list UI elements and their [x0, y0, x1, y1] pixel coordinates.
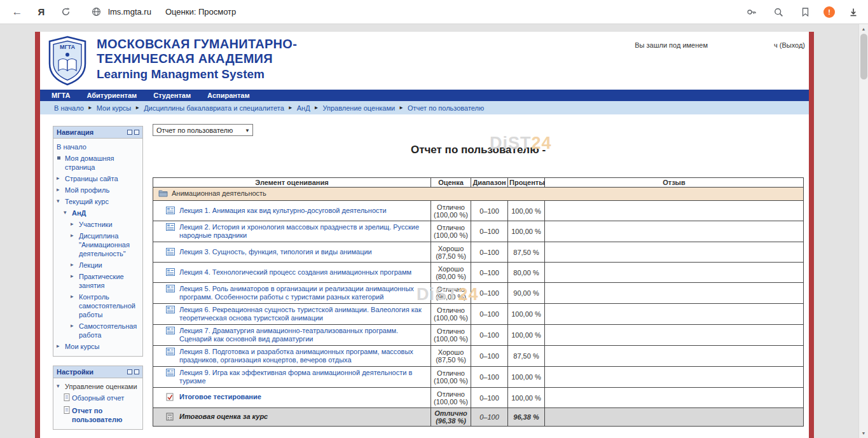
grade-cell: Отлично(100,00 %) [431, 325, 471, 346]
grade-percent-label: (100,00 %) [432, 377, 469, 385]
bookmark-icon[interactable] [797, 4, 813, 20]
grade-item-row: Лекция 1. Анимация как вид культурно-дос… [153, 201, 804, 221]
navbar-item[interactable]: Студентам [153, 92, 191, 99]
percent-cell: 100,00 % [508, 304, 545, 325]
feedback-cell [545, 408, 804, 427]
category-row: Анимационная деятельность [153, 188, 804, 201]
navbar-item[interactable]: Аспирантам [207, 92, 249, 99]
expanded-triangle-icon: ▾ [64, 209, 72, 217]
grade-item-link[interactable]: Лекция 6. Рекреационная сущность туристс… [179, 306, 428, 322]
item-name-cell: Лекция 2. История и хронология массовых … [153, 221, 431, 242]
browser-chrome: ← Я lms.mgta.ru Оценки: Просмотр ! [0, 0, 868, 24]
breadcrumb-link[interactable]: Мои курсы [97, 104, 131, 112]
sidebar-item[interactable]: Отчет по пользователю [54, 405, 142, 425]
navigation-items: В началоМоя домашняя страница▸Страницы с… [53, 139, 142, 356]
logout-link[interactable]: ч (Выход) [774, 41, 805, 49]
back-icon[interactable]: ← [9, 4, 25, 20]
sidebar-item-label: Самостоятельная работа [79, 322, 141, 339]
grade-percent-label: (80,00 %) [432, 273, 469, 280]
grade-item-link[interactable]: Лекция 5. Роль аниматоров в организации … [179, 285, 428, 301]
lesson-icon [166, 268, 176, 277]
item-name-wrap: Лекция 4. Технологический процесс создан… [166, 268, 428, 277]
key-icon[interactable] [743, 4, 760, 20]
grade-item-row: Лекция 8. Подготовка и разработка анимац… [153, 346, 804, 367]
range-cell: 0–100 [471, 283, 508, 304]
grade-label: Хорошо [432, 265, 469, 273]
grade-cell: Хорошо(87,50 %) [431, 346, 471, 367]
search-icon[interactable] [770, 4, 787, 20]
collapsed-triangle-icon: ▸ [71, 231, 79, 240]
navbar-item[interactable]: Абитуриентам [86, 92, 137, 99]
item-name-wrap: Лекция 7. Драматургия анимационно-театра… [166, 327, 428, 343]
feedback-cell [545, 263, 804, 283]
feedback-cell [545, 201, 804, 221]
navbar-item[interactable]: МГТА [52, 92, 70, 99]
grade-item-row: Лекция 7. Драматургия анимационно-театра… [153, 325, 804, 346]
breadcrumb-link[interactable]: В начало [54, 104, 84, 112]
lesson-icon [166, 369, 176, 378]
sidebar-item[interactable]: ▾Управление оценками [54, 381, 142, 392]
sidebar-item[interactable]: ▸Участники [54, 219, 142, 230]
sidebar-item-label: Мои курсы [65, 342, 141, 351]
breadcrumb-separator: ► [314, 105, 319, 111]
grade-cell: Отлично(100,00 %) [431, 304, 471, 325]
sidebar-item[interactable]: ▸Лекции [54, 259, 142, 271]
grade-item-link[interactable]: Лекция 2. История и хронология массовых … [179, 223, 428, 240]
scrollbar[interactable]: ▲ ▼ [858, 24, 868, 438]
breadcrumb-link[interactable]: Дисциплины бакалавриата и специалитета [144, 104, 284, 112]
sidebar-item[interactable]: ▸Мои курсы [54, 341, 142, 352]
grade-item-link[interactable]: Итоговое тестирование [179, 393, 261, 401]
block-dock-icon[interactable] [134, 369, 139, 374]
grade-item-link[interactable]: Лекция 4. Технологический процесс создан… [179, 268, 411, 277]
grade-item-link[interactable]: Лекция 8. Подготовка и разработка анимац… [179, 348, 428, 364]
block-move-icon[interactable] [127, 130, 132, 135]
grade-item-link[interactable]: Лекция 9. Игра как эффективная форма ани… [179, 369, 428, 385]
category-cell: Анимационная деятельность [153, 188, 804, 201]
sidebar-item[interactable]: ▸Мой профиль [54, 184, 142, 196]
navigation-block-header: Навигация [53, 127, 142, 139]
sidebar-item[interactable]: ▾АнД [54, 207, 142, 219]
range-cell: 0–100 [471, 367, 508, 388]
sidebar-item[interactable]: Моя домашняя страница [54, 153, 142, 173]
feedback-cell [545, 388, 804, 408]
sidebar-item[interactable]: ▸Дисциплина "Анимационная деятельность" [54, 230, 142, 259]
download-icon[interactable] [845, 4, 862, 20]
refresh-icon[interactable] [57, 4, 74, 20]
column-header: Оценка [431, 178, 471, 188]
percent-cell: 100,00 % [508, 221, 545, 242]
breadcrumb-link[interactable]: Управление оценками [323, 104, 396, 112]
item-name-wrap: Итоговая оценка за курс [166, 413, 428, 422]
academy-logo[interactable]: МГТА [48, 36, 87, 88]
scroll-up-arrow[interactable]: ▲ [859, 27, 868, 31]
block-dock-icon[interactable] [134, 130, 139, 135]
block-move-icon[interactable] [127, 369, 132, 374]
breadcrumb-link[interactable]: АнД [297, 104, 310, 112]
sidebar-item[interactable]: ▸Самостоятельная работа [54, 320, 142, 341]
percent-cell: 100,00 % [508, 201, 545, 221]
breadcrumb-link[interactable]: Отчет по пользователю [408, 104, 484, 112]
course-total-row: Итоговая оценка за курсОтлично(96,38 %)0… [153, 408, 804, 427]
sidebar-item[interactable]: ▸Практические занятия [54, 271, 142, 291]
grade-item-link[interactable]: Лекция 7. Драматургия анимационно-театра… [179, 327, 428, 343]
sidebar-item[interactable]: ▸Страницы сайта [54, 173, 142, 184]
sidebar-item-label: Мой профиль [65, 186, 141, 195]
sidebar-item[interactable]: ▾Текущий курс [54, 196, 142, 207]
yandex-logo-icon[interactable]: Я [33, 6, 50, 17]
navigation-block-title: Навигация [57, 128, 125, 136]
grade-item-link[interactable]: Лекция 1. Анимация как вид культурно-дос… [179, 207, 387, 215]
lesson-icon [166, 207, 176, 216]
scroll-down-arrow[interactable]: ▼ [859, 431, 868, 435]
scrollbar-thumb[interactable] [860, 34, 867, 79]
sidebar-item[interactable]: ▸Контроль самостоятельной работы [54, 291, 142, 320]
feedback-cell [545, 367, 804, 388]
report-type-select[interactable]: Отчет по пользователю ▼ [153, 124, 253, 136]
range-cell: 0–100 [471, 408, 508, 427]
grade-item-link[interactable]: Лекция 3. Сущность, функция, типология и… [179, 248, 372, 256]
grade-cell: Отлично(96,38 %) [431, 408, 471, 427]
grade-item-row: Итоговое тестированиеОтлично(100,00 %)0–… [153, 388, 804, 408]
sidebar-item[interactable]: В начало [54, 141, 142, 153]
notifications-icon[interactable]: ! [823, 6, 835, 18]
url-text[interactable]: lms.mgta.ru [108, 7, 151, 17]
course-total-name: Итоговая оценка за курс [179, 413, 268, 421]
sidebar-item[interactable]: Обзорный отчет [54, 392, 142, 405]
